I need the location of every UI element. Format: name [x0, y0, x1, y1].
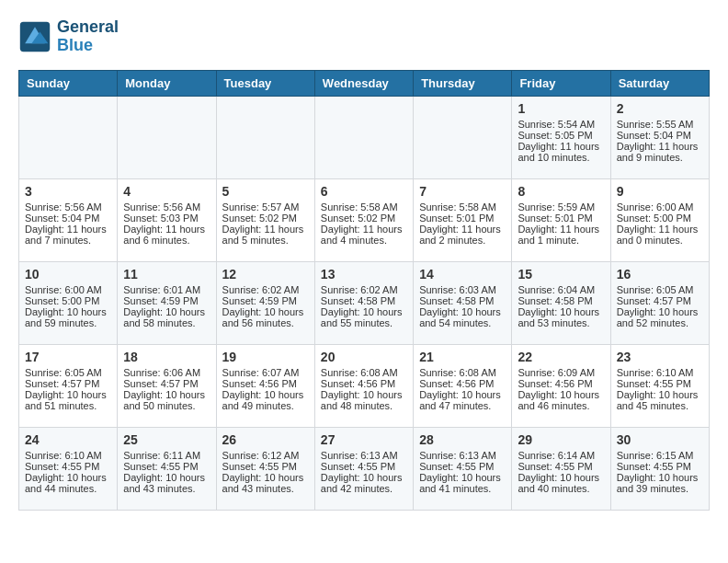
week-row-2: 3Sunrise: 5:56 AMSunset: 5:04 PMDaylight…	[19, 178, 710, 261]
day-cell: 21Sunrise: 6:08 AMSunset: 4:56 PMDayligh…	[414, 344, 512, 427]
day-cell: 19Sunrise: 6:07 AMSunset: 4:56 PMDayligh…	[216, 344, 314, 427]
header-cell-monday: Monday	[118, 70, 216, 96]
header-cell-sunday: Sunday	[19, 70, 118, 96]
day-info: Daylight: 10 hours and 39 minutes.	[617, 472, 703, 494]
day-info: Sunset: 5:03 PM	[123, 213, 210, 224]
day-info: Daylight: 10 hours and 40 minutes.	[518, 472, 604, 494]
header-cell-thursday: Thursday	[414, 70, 512, 96]
day-info: Sunrise: 6:01 AM	[123, 284, 210, 295]
day-number: 6	[321, 184, 407, 199]
day-info: Sunset: 4:57 PM	[617, 295, 703, 306]
day-info: Sunset: 5:02 PM	[222, 213, 309, 224]
day-info: Sunrise: 6:02 AM	[321, 284, 407, 295]
day-info: Sunrise: 6:05 AM	[25, 367, 111, 378]
day-info: Sunset: 4:59 PM	[123, 295, 210, 306]
day-number: 15	[518, 267, 604, 282]
header-cell-wednesday: Wednesday	[314, 70, 413, 96]
day-cell: 29Sunrise: 6:14 AMSunset: 4:55 PMDayligh…	[512, 427, 610, 510]
day-cell: 14Sunrise: 6:03 AMSunset: 4:58 PMDayligh…	[414, 261, 512, 344]
day-number: 7	[419, 184, 506, 199]
day-cell: 6Sunrise: 5:58 AMSunset: 5:02 PMDaylight…	[314, 178, 413, 261]
day-cell: 24Sunrise: 6:10 AMSunset: 4:55 PMDayligh…	[19, 427, 118, 510]
logo: General Blue	[18, 18, 119, 55]
day-info: Daylight: 11 hours and 7 minutes.	[25, 224, 111, 246]
day-info: Sunrise: 6:13 AM	[321, 450, 407, 461]
day-info: Sunrise: 6:08 AM	[321, 367, 407, 378]
week-row-5: 24Sunrise: 6:10 AMSunset: 4:55 PMDayligh…	[19, 427, 710, 510]
day-info: Daylight: 10 hours and 42 minutes.	[321, 472, 407, 494]
day-cell: 25Sunrise: 6:11 AMSunset: 4:55 PMDayligh…	[118, 427, 216, 510]
day-info: Sunset: 4:58 PM	[321, 295, 407, 306]
day-info: Daylight: 10 hours and 47 minutes.	[419, 389, 506, 411]
day-number: 9	[617, 184, 703, 199]
day-cell: 8Sunrise: 5:59 AMSunset: 5:01 PMDaylight…	[512, 178, 610, 261]
day-info: Sunset: 4:57 PM	[25, 378, 111, 389]
day-info: Sunrise: 5:58 AM	[321, 201, 407, 213]
day-info: Sunrise: 5:58 AM	[419, 201, 506, 213]
day-number: 27	[321, 432, 407, 447]
day-number: 20	[321, 350, 407, 364]
day-info: Sunrise: 6:00 AM	[617, 201, 703, 213]
day-number: 13	[321, 267, 407, 282]
day-cell: 20Sunrise: 6:08 AMSunset: 4:56 PMDayligh…	[314, 344, 413, 427]
day-info: Sunset: 4:57 PM	[123, 378, 210, 389]
day-info: Daylight: 10 hours and 41 minutes.	[419, 472, 506, 494]
day-cell	[314, 96, 413, 178]
day-info: Sunset: 4:55 PM	[617, 461, 703, 472]
day-number: 11	[123, 267, 210, 282]
day-cell: 4Sunrise: 5:56 AMSunset: 5:03 PMDaylight…	[118, 178, 216, 261]
day-info: Daylight: 10 hours and 58 minutes.	[123, 306, 210, 328]
day-info: Sunrise: 6:13 AM	[419, 450, 506, 461]
day-cell	[19, 96, 118, 178]
day-info: Sunrise: 5:56 AM	[123, 201, 210, 213]
day-info: Sunrise: 6:10 AM	[25, 450, 111, 461]
day-info: Sunset: 4:56 PM	[518, 378, 604, 389]
day-info: Sunrise: 6:05 AM	[617, 284, 703, 295]
day-number: 4	[123, 184, 210, 199]
day-info: Sunset: 4:55 PM	[222, 461, 309, 472]
day-info: Daylight: 10 hours and 55 minutes.	[321, 306, 407, 328]
day-cell: 7Sunrise: 5:58 AMSunset: 5:01 PMDaylight…	[414, 178, 512, 261]
calendar-body: 1Sunrise: 5:54 AMSunset: 5:05 PMDaylight…	[19, 96, 710, 510]
page-header: General Blue	[18, 18, 710, 55]
day-info: Sunrise: 6:15 AM	[617, 450, 703, 461]
header-row: SundayMondayTuesdayWednesdayThursdayFrid…	[19, 70, 710, 96]
day-cell	[414, 96, 512, 178]
day-cell: 2Sunrise: 5:55 AMSunset: 5:04 PMDaylight…	[610, 96, 709, 178]
day-info: Daylight: 10 hours and 51 minutes.	[25, 389, 111, 411]
day-info: Sunset: 4:56 PM	[419, 378, 506, 389]
day-info: Sunrise: 5:56 AM	[25, 201, 111, 213]
day-info: Daylight: 11 hours and 5 minutes.	[222, 224, 309, 246]
day-cell: 5Sunrise: 5:57 AMSunset: 5:02 PMDaylight…	[216, 178, 314, 261]
day-info: Daylight: 10 hours and 59 minutes.	[25, 306, 111, 328]
day-number: 17	[25, 350, 111, 364]
day-cell: 22Sunrise: 6:09 AMSunset: 4:56 PMDayligh…	[512, 344, 610, 427]
day-info: Sunset: 4:56 PM	[222, 378, 309, 389]
day-info: Sunset: 4:55 PM	[25, 461, 111, 472]
header-cell-saturday: Saturday	[610, 70, 709, 96]
calendar-table: SundayMondayTuesdayWednesdayThursdayFrid…	[18, 70, 710, 511]
day-info: Sunset: 5:04 PM	[25, 213, 111, 224]
day-info: Daylight: 11 hours and 9 minutes.	[617, 141, 703, 163]
logo-text: General Blue	[57, 18, 119, 55]
day-number: 25	[123, 432, 210, 447]
day-info: Sunset: 4:58 PM	[419, 295, 506, 306]
day-info: Sunset: 5:02 PM	[321, 213, 407, 224]
day-cell: 30Sunrise: 6:15 AMSunset: 4:55 PMDayligh…	[610, 427, 709, 510]
day-info: Sunset: 4:55 PM	[617, 378, 703, 389]
day-info: Sunset: 4:59 PM	[222, 295, 309, 306]
day-info: Daylight: 11 hours and 1 minute.	[518, 224, 604, 246]
day-info: Sunset: 4:55 PM	[518, 461, 604, 472]
day-info: Sunset: 4:55 PM	[321, 461, 407, 472]
day-info: Sunset: 5:01 PM	[518, 213, 604, 224]
day-info: Sunrise: 6:14 AM	[518, 450, 604, 461]
day-info: Daylight: 10 hours and 46 minutes.	[518, 389, 604, 411]
day-info: Sunrise: 5:59 AM	[518, 201, 604, 213]
day-number: 22	[518, 350, 604, 364]
day-info: Daylight: 10 hours and 49 minutes.	[222, 389, 309, 411]
day-info: Sunrise: 6:02 AM	[222, 284, 309, 295]
day-info: Daylight: 11 hours and 0 minutes.	[617, 224, 703, 246]
day-cell: 28Sunrise: 6:13 AMSunset: 4:55 PMDayligh…	[414, 427, 512, 510]
day-number: 19	[222, 350, 309, 364]
day-cell: 11Sunrise: 6:01 AMSunset: 4:59 PMDayligh…	[118, 261, 216, 344]
